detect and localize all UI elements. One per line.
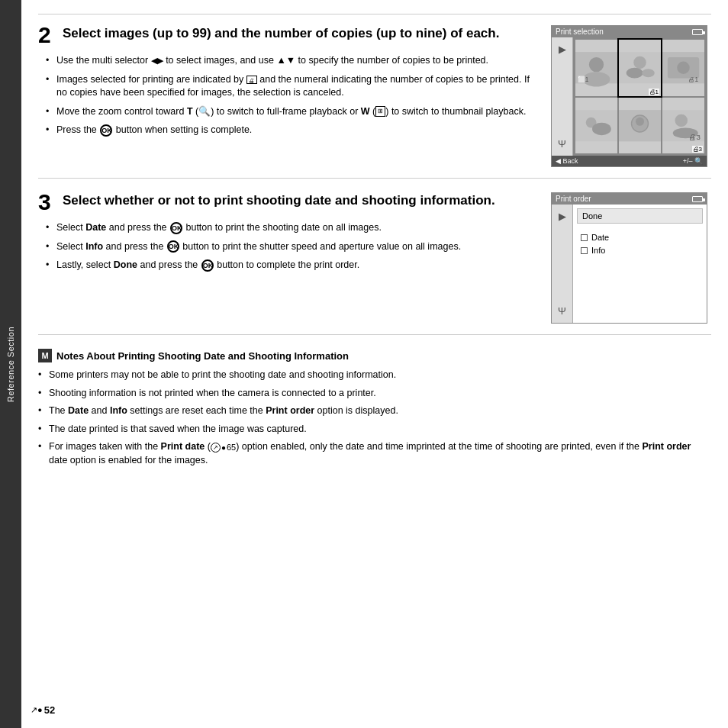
footer-back: ◀ Back [556,157,578,165]
grid-icon: ⊞ [375,106,385,117]
step-3-bullet-2: Select Info and press the OK button to p… [46,240,539,254]
sidebar-label: Reference Section [0,0,21,728]
lr-arrow-icon: ◀▶ [151,55,163,66]
ok-icon-1: OK [170,222,182,234]
print-selection-footer: ◀ Back +/– 🔍 [552,156,707,166]
psi-icon: Ψ [558,138,566,150]
thumb-count-6: 🖨3 [692,146,703,153]
top-divider [38,14,711,14]
play-icon: ▶ [559,43,566,55]
svg-point-7 [642,69,655,77]
step-2-bullets: Use the multi selector ◀▶ to select imag… [46,54,539,137]
info-label: Info [591,246,605,255]
step-3-bullets: Select Date and press the OK button to p… [46,221,539,272]
info-checkbox [581,247,588,254]
step-3-left: 3 Select whether or not to print shootin… [38,192,551,278]
date-checkbox [581,234,588,241]
photo-grid: ⬜1 🖨1 [573,37,707,156]
zoom-in-icon: 🔍 [198,106,211,117]
ud-arrow-icon: ▲▼ [276,55,295,66]
svg-point-10 [677,62,690,75]
ok-icon-2: OK [167,240,179,253]
step-3-header: 3 Select whether or not to print shootin… [38,192,539,214]
page-footer: ↗●52 [31,704,55,716]
psi-icon-2: Ψ [558,305,566,317]
thumb-count-2: 🖨1 [649,89,659,95]
battery-icon-2 [692,196,703,202]
step-2-bullet-3: Move the zoom control toward T (🔍) to sw… [46,105,539,119]
printer-icon: 🖨 [246,76,257,84]
step-3-bullet-1: Select Date and press the OK button to p… [46,221,539,235]
print-selection-title: Print selection [556,27,604,36]
screen-sidebar: ▶ Ψ [552,37,573,156]
footer-page-number: 52 [44,704,55,716]
footer-zoom: +/– 🔍 [683,157,703,165]
notes-item-3: The Date and Info settings are reset eac… [38,404,711,418]
svg-point-19 [675,114,688,127]
link-ref-65: ↗●65 [211,442,236,453]
photo-thumb-2: 🖨1 [619,40,661,96]
svg-point-1 [589,57,604,72]
thumb-svg-6: 🖨3 [662,98,704,154]
svg-point-5 [633,56,646,69]
thumb-svg-1: ⬜1 [575,40,617,96]
date-label: Date [591,233,609,242]
print-order-mockup: Print order ▶ Ψ Done [551,192,707,324]
step-2-left: 2 Select images (up to 99) and the numbe… [38,25,551,143]
order-content: Done Date Info [573,205,707,323]
link-circle-icon: ↗ [211,443,221,453]
step-2-section: 2 Select images (up to 99) and the numbe… [38,25,711,179]
footer-link-icon: ↗● [31,705,43,715]
play-icon-2: ▶ [559,211,566,222]
photo-thumb-6: 🖨3 🖨3 [662,98,704,154]
step-3-screen: Print order ▶ Ψ Done [551,192,711,324]
svg-point-6 [627,68,643,79]
step-3-title: Select whether or not to print shooting … [63,192,495,208]
notes-item-2: Shooting information is not printed when… [38,387,711,401]
step-2-title: Select images (up to 99) and the number … [63,25,499,41]
info-option-row: Info [581,246,703,255]
sidebar-text: Reference Section [6,327,15,402]
notes-section: M Notes About Printing Shooting Date and… [38,349,711,479]
svg-text:🖨1: 🖨1 [688,76,698,83]
step-3-section: 3 Select whether or not to print shootin… [38,192,711,335]
photo-thumb-4 [575,98,617,154]
step-3-bullet-3: Lastly, select Done and press the OK but… [46,259,539,272]
notes-list: Some printers may not be able to print t… [38,369,711,467]
done-row: Done [577,208,703,224]
thumb-svg-2 [619,40,661,96]
photo-thumb-5 [619,98,661,154]
date-option-row: Date [581,233,703,242]
photo-thumb-1: ⬜1 [575,40,617,96]
step-2-header: 2 Select images (up to 99) and the numbe… [38,25,539,47]
notes-item-4: The date printed is that saved when the … [38,423,711,436]
page: Reference Section 2 Select images (up to… [0,0,728,728]
print-order-body: ▶ Ψ Done Date [552,205,707,323]
thumb-svg-3: 🖨1 [662,40,704,96]
step-2-number: 2 [38,24,55,47]
print-selection-titlebar: Print selection [552,26,707,37]
thumb-svg-4 [575,98,617,154]
done-label: Done [582,211,602,221]
print-selection-mockup: Print selection ▶ Ψ [551,25,707,167]
print-order-title: Print order [556,195,591,203]
thumb-svg-5 [619,98,661,154]
notes-icon-letter: M [41,351,48,360]
step-2-bullet-1: Use the multi selector ◀▶ to select imag… [46,54,539,68]
photo-thumb-3: 🖨1 [662,40,704,96]
ok-icon-3: OK [201,259,214,272]
screen-sidebar-2: ▶ Ψ [552,205,573,323]
notes-m-icon: M [38,349,52,362]
print-selection-body: ▶ Ψ ⬜1 [552,37,707,156]
step-2-bullet-2: Images selected for printing are indicat… [46,73,539,100]
step-2-bullet-4: Press the OK button when setting is comp… [46,124,539,137]
svg-text:⬜1: ⬜1 [578,76,589,84]
svg-point-17 [636,117,644,125]
svg-point-14 [592,122,611,135]
battery-icon [692,29,703,35]
step-3-number: 3 [38,191,55,214]
link-arrow-icon: ● [221,443,226,453]
notes-item-5: For images taken with the Print date (↗●… [38,440,711,467]
notes-header: M Notes About Printing Shooting Date and… [38,349,711,362]
notes-title: Notes About Printing Shooting Date and S… [56,350,349,362]
